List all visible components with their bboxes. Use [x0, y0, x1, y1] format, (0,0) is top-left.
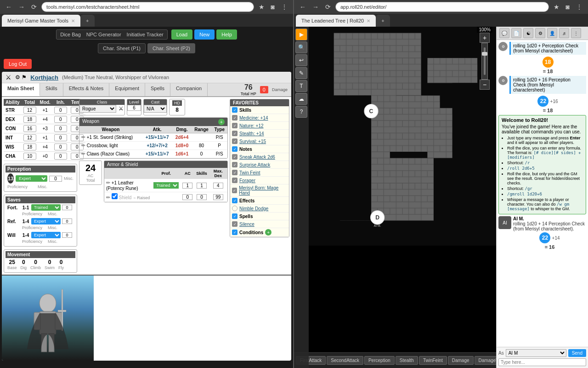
r20-back-button[interactable]: ←: [298, 2, 308, 12]
fav-label[interactable]: Survival: +15: [239, 139, 266, 144]
armor-prof-select[interactable]: TrainedExpert: [153, 182, 179, 189]
zoom-slider[interactable]: [481, 43, 488, 80]
r20-tab[interactable]: The Leadened Tree | Roll20 ✕: [296, 15, 376, 27]
new-btn[interactable]: New: [194, 29, 215, 40]
weapon-edit-icon[interactable]: ✏: [81, 134, 85, 140]
ability-total-input[interactable]: [23, 134, 36, 141]
favorite-item[interactable]: ✓Conditions+: [230, 228, 289, 237]
armor-edit-icon[interactable]: ✏: [106, 180, 110, 185]
char-sheet-p1-btn[interactable]: Char. Sheet (P1): [98, 43, 146, 53]
favorite-item[interactable]: ✓Stealth: +14: [230, 130, 289, 138]
ability-inh-input[interactable]: [54, 125, 67, 132]
second-attack-btn[interactable]: SecondAttack: [327, 356, 363, 365]
fav-label[interactable]: Nimble Dodge: [239, 206, 268, 211]
fav-label[interactable]: Stealth: +14: [239, 131, 264, 136]
measure-tool-btn[interactable]: ↩: [295, 54, 307, 66]
add-condition-btn[interactable]: +: [265, 229, 271, 236]
damage-box[interactable]: 0: [260, 86, 268, 93]
ability-inh-input[interactable]: [54, 134, 67, 141]
favorite-item[interactable]: ✓Medicine: +14: [230, 114, 289, 122]
url-bar[interactable]: [41, 2, 254, 12]
ability-inh-input[interactable]: [54, 107, 67, 114]
ability-inh-input[interactable]: [54, 116, 67, 123]
journal-tab-btn[interactable]: 📄: [511, 28, 521, 38]
favorite-item[interactable]: ✓Spells: [230, 213, 289, 220]
bookmark-button[interactable]: ★: [257, 2, 266, 12]
favorite-item[interactable]: ✓Sneak Attack 2d6: [230, 153, 289, 161]
ability-total-input[interactable]: [23, 107, 36, 114]
save-fort-misc[interactable]: [62, 205, 72, 210]
select-tool-btn[interactable]: ▶: [295, 29, 307, 40]
initiative-tracker-nav[interactable]: Initiative Tracker: [127, 32, 164, 37]
ability-inh-input[interactable]: [54, 153, 67, 160]
add-weapon-button[interactable]: +: [218, 119, 225, 125]
favorite-item[interactable]: ✓Merisyl Born: Mage Hand: [230, 184, 289, 197]
players-tab-btn[interactable]: 👤: [547, 28, 557, 38]
map-area[interactable]: ▶ 🔍 ↩ ✎ T ☁ ?: [294, 27, 496, 368]
draw-tool-btn[interactable]: ✎: [295, 67, 307, 79]
shield-raised-checkbox[interactable]: [112, 193, 118, 199]
favorite-item[interactable]: ✓Survival: +15: [230, 138, 289, 145]
r20-menu-button[interactable]: ⋮: [574, 2, 584, 12]
favorite-item[interactable]: ✓Effects: [230, 197, 289, 205]
fav-label[interactable]: Medicine: +14: [239, 115, 268, 121]
stealth-btn[interactable]: Stealth: [396, 356, 418, 365]
save-will-dropdown[interactable]: ExpertTrainedUntrained: [31, 232, 61, 238]
damage-with-sneak-btn[interactable]: DamageWithSneak: [475, 356, 496, 365]
shield-skills-input[interactable]: [197, 194, 207, 200]
fav-label[interactable]: Nature: +12: [239, 123, 264, 128]
fog-tool-btn[interactable]: ☁: [295, 93, 307, 105]
favorite-item[interactable]: ✓Nature: +12: [230, 122, 289, 130]
r20-extensions-button[interactable]: ◙: [564, 2, 571, 12]
save-ref-misc[interactable]: [62, 218, 72, 224]
tab-character-sheet[interactable]: Merisyl Game Master Tools ✕: [2, 15, 80, 27]
armor-skills-input[interactable]: [197, 183, 207, 189]
perception-prof-dropdown[interactable]: Expert Trained Untrained Master Legendar…: [16, 175, 47, 182]
r20-reload-button[interactable]: ⟳: [323, 2, 333, 12]
favorite-item[interactable]: ✓Surprise Attack: [230, 161, 289, 169]
save-fort-dropdown[interactable]: TrainedExpertUntrained: [31, 204, 61, 211]
shield-edit-icon[interactable]: ✏: [106, 195, 110, 200]
ability-total-input[interactable]: [23, 153, 36, 160]
weapon-edit-icon[interactable]: ✏: [81, 143, 85, 148]
fav-label[interactable]: Surprise Attack: [239, 162, 270, 167]
tab-skills[interactable]: Skills: [40, 83, 63, 96]
help-tool-btn[interactable]: ?: [295, 106, 307, 118]
shield-ac-input[interactable]: [182, 194, 192, 200]
favorite-item[interactable]: ✓Notes: [230, 145, 289, 153]
twin-feint-btn[interactable]: TwinFeint: [419, 356, 447, 365]
tab-effects-notes[interactable]: Effects & Notes: [63, 83, 110, 96]
r20-tab-close[interactable]: ✕: [367, 18, 370, 23]
dice-tab-btn[interactable]: ♬: [559, 28, 569, 38]
armor-ac-input[interactable]: [182, 183, 192, 189]
cast-select[interactable]: N/A: [144, 105, 167, 113]
favorite-item[interactable]: Nimble Dodge: [230, 205, 289, 213]
ability-total-input[interactable]: [23, 125, 36, 132]
damage-btn[interactable]: Damage: [448, 356, 474, 365]
favorite-item[interactable]: ✓Silence: [230, 220, 289, 228]
favorite-item[interactable]: ✓Forager: [230, 177, 289, 184]
tab-main-sheet[interactable]: Main Sheet: [2, 83, 40, 96]
fav-label[interactable]: Silence: [239, 222, 254, 227]
perception-btn[interactable]: Perception: [364, 356, 395, 365]
dice-bag-nav[interactable]: Dice Bag: [60, 32, 81, 37]
r20-bookmark-button[interactable]: ★: [552, 2, 561, 12]
logout-btn[interactable]: Log Out: [4, 59, 32, 69]
load-btn[interactable]: Load: [171, 29, 192, 40]
chat-tab-btn[interactable]: 💬: [499, 28, 509, 38]
forward-button[interactable]: →: [17, 2, 27, 12]
reload-button[interactable]: ⟳: [29, 2, 39, 12]
class-select[interactable]: Rogue: [79, 105, 116, 113]
text-tool-btn[interactable]: T: [295, 80, 307, 92]
ability-total-input[interactable]: [23, 144, 36, 150]
menu-button[interactable]: ⋮: [279, 2, 289, 12]
zoom-in-btn[interactable]: +: [480, 33, 490, 43]
save-ref-dropdown[interactable]: ExpertTrainedUntrained: [31, 218, 61, 224]
shield-maxdex-input[interactable]: [213, 194, 223, 200]
fav-label[interactable]: Twin Feint: [239, 170, 260, 175]
back-button[interactable]: ←: [4, 2, 14, 12]
tab-companion[interactable]: Companion: [170, 83, 208, 96]
r20-new-tab[interactable]: +: [376, 15, 390, 27]
armor-maxdex-input[interactable]: [213, 183, 223, 189]
character-name[interactable]: Korthjach: [30, 74, 58, 81]
